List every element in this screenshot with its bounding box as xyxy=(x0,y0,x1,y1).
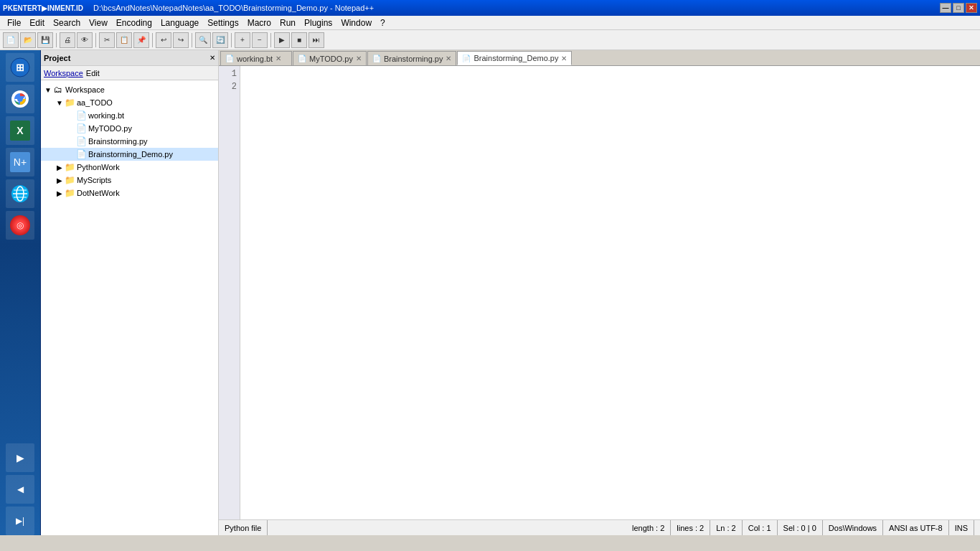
tree-icon-Brainstorming.py: 📄 xyxy=(75,136,87,147)
menu-item-run[interactable]: Run xyxy=(275,17,300,29)
minimize-button[interactable]: — xyxy=(940,3,951,13)
zoom-out-button[interactable]: − xyxy=(252,32,268,48)
tree-item-MyTODO.py[interactable]: 📄MyTODO.py xyxy=(41,122,218,135)
title-bar-title: PKENTERT▶INMENT.ID D:\bcsAndNotes\Notepa… xyxy=(3,4,374,12)
menu-item-edit[interactable]: Edit xyxy=(25,17,49,29)
step-button[interactable]: ⏭ xyxy=(308,32,324,48)
tree-icon-workspace: 🗂 xyxy=(52,84,64,95)
maximize-button[interactable]: □ xyxy=(953,3,964,13)
tree-item-DotNetWork[interactable]: ▶📁DotNetWork xyxy=(41,187,218,199)
ln-status: Ln : 2 xyxy=(710,520,743,535)
tree-toggle-MyScripts[interactable]: ▶ xyxy=(55,176,64,184)
arrow-icon[interactable]: ▶ xyxy=(6,443,34,472)
tab-close-working[interactable]: ✕ xyxy=(275,55,281,62)
chrome-icon[interactable] xyxy=(6,85,34,113)
mode-status: INS xyxy=(949,520,974,535)
line-numbers: 1 2 xyxy=(219,66,240,519)
title-bar: PKENTERT▶INMENT.ID D:\bcsAndNotes\Notepa… xyxy=(0,0,980,16)
editor-area: 📄working.bt✕📄MyTODO.py✕📄Brainstorming.py… xyxy=(219,50,980,535)
main-area: ⊞ X N+ xyxy=(0,50,980,535)
tab-label-brainstorming: Brainstorming.py xyxy=(384,55,443,63)
menu-item-view[interactable]: View xyxy=(85,17,112,29)
tab-label-working: working.bt xyxy=(237,55,273,63)
editor-textarea[interactable] xyxy=(240,66,980,519)
undo-button[interactable]: ↩ xyxy=(156,32,171,48)
copy-button[interactable]: 📋 xyxy=(116,32,132,48)
tab-close-mytodo[interactable]: ✕ xyxy=(356,55,362,62)
menu-item-?[interactable]: ? xyxy=(376,17,390,29)
title-text: D:\bcsAndNotes\NotepadNotes\aa_TODO\Brai… xyxy=(93,4,374,12)
file-tree: ▼🗂Workspace▼📁aa_TODO📄working.bt📄MyTODO.p… xyxy=(41,80,218,535)
tab-mytodo[interactable]: 📄MyTODO.py✕ xyxy=(293,51,367,65)
new-button[interactable]: 📄 xyxy=(3,32,19,48)
forward-icon[interactable]: ▶| xyxy=(6,507,34,535)
tree-item-Brainstorming.py[interactable]: 📄Brainstorming.py xyxy=(41,135,218,148)
tab-brainstorming[interactable]: 📄Brainstorming.py✕ xyxy=(367,51,457,65)
print-preview-button[interactable]: 👁 xyxy=(77,32,93,48)
tab-icon-brainstorming_demo: 📄 xyxy=(462,55,471,62)
tree-item-MyScripts[interactable]: ▶📁MyScripts xyxy=(41,174,218,187)
menu-item-search[interactable]: Search xyxy=(49,17,85,29)
tree-toggle-aa_TODO[interactable]: ▼ xyxy=(55,99,64,107)
tree-toggle-PythonWork[interactable]: ▶ xyxy=(55,164,64,171)
tree-toggle-DotNetWork[interactable]: ▶ xyxy=(55,189,64,197)
excel-icon[interactable]: X xyxy=(6,116,34,145)
tree-label-MyScripts: MyScripts xyxy=(77,176,111,184)
menu-item-language[interactable]: Language xyxy=(156,17,203,29)
menu-item-encoding[interactable]: Encoding xyxy=(112,17,156,29)
notepad-icon[interactable]: N+ xyxy=(6,148,34,176)
menu-item-settings[interactable]: Settings xyxy=(203,17,242,29)
menu-item-macro[interactable]: Macro xyxy=(243,17,275,29)
col-status: Col : 1 xyxy=(743,520,778,535)
app-icon-6[interactable]: ◎ xyxy=(6,211,34,240)
tree-icon-MyTODO.py: 📄 xyxy=(75,123,87,134)
tree-label-aa_TODO: aa_TODO xyxy=(77,98,113,107)
toolbar-divider-6 xyxy=(270,33,271,47)
cut-button[interactable]: ✂ xyxy=(99,32,115,48)
redo-button[interactable]: ↪ xyxy=(173,32,189,48)
paste-button[interactable]: 📌 xyxy=(133,32,149,48)
tree-item-aa_TODO[interactable]: ▼📁aa_TODO xyxy=(41,96,218,109)
tab-close-brainstorming[interactable]: ✕ xyxy=(446,55,451,62)
close-button[interactable]: ✕ xyxy=(966,3,977,13)
run-button[interactable]: ▶ xyxy=(274,32,290,48)
stop-button[interactable]: ■ xyxy=(291,32,307,48)
tab-close-brainstorming_demo[interactable]: ✕ xyxy=(561,55,567,62)
zoom-in-button[interactable]: + xyxy=(235,32,250,48)
menu-item-file[interactable]: File xyxy=(3,17,25,29)
tab-label-mytodo: MyTODO.py xyxy=(309,55,353,63)
editor-content: 1 2 xyxy=(219,66,980,519)
toolbar-divider-2 xyxy=(95,33,96,47)
tree-item-working.bt[interactable]: 📄working.bt xyxy=(41,109,218,122)
ie-icon[interactable] xyxy=(6,179,34,208)
tab-icon-working: 📄 xyxy=(225,55,234,62)
toolbar-divider-4 xyxy=(192,33,192,47)
tree-item-workspace[interactable]: ▼🗂Workspace xyxy=(41,83,218,96)
save-button[interactable]: 💾 xyxy=(37,32,53,48)
left-taskbar: ⊞ X N+ xyxy=(0,50,41,535)
svg-text:⊞: ⊞ xyxy=(16,62,24,73)
tree-toggle-workspace[interactable]: ▼ xyxy=(44,86,52,94)
toolbar: 📄 📂 💾 🖨 👁 ✂ 📋 📌 ↩ ↪ 🔍 🔄 + − ▶ ■ ⏭ xyxy=(0,30,980,50)
tree-item-Brainstorming_Demo.py[interactable]: 📄Brainstorming_Demo.py xyxy=(41,148,218,161)
tree-label-Brainstorming.py: Brainstorming.py xyxy=(88,137,148,146)
back-icon[interactable]: ◀ xyxy=(6,475,34,504)
sel-status: Sel : 0 | 0 xyxy=(778,520,823,535)
menu-item-plugins[interactable]: Plugins xyxy=(300,17,336,29)
open-button[interactable]: 📂 xyxy=(20,32,36,48)
print-button[interactable]: 🖨 xyxy=(60,32,75,48)
tab-working[interactable]: 📄working.bt✕ xyxy=(220,51,292,65)
workspace-tab[interactable]: Workspace xyxy=(44,69,83,77)
tab-brainstorming_demo[interactable]: 📄Brainstorming_Demo.py✕ xyxy=(457,51,572,65)
replace-button[interactable]: 🔄 xyxy=(212,32,228,48)
sidebar-close-icon[interactable]: ✕ xyxy=(209,54,215,62)
line-number-1: 1 xyxy=(222,67,237,80)
find-button[interactable]: 🔍 xyxy=(195,32,211,48)
tree-label-PythonWork: PythonWork xyxy=(77,163,120,171)
start-icon[interactable]: ⊞ xyxy=(6,53,34,82)
sidebar-header: Project ✕ xyxy=(41,50,218,66)
menu-item-window[interactable]: Window xyxy=(336,17,376,29)
tree-label-DotNetWork: DotNetWork xyxy=(77,189,120,197)
edit-tab[interactable]: Edit xyxy=(86,69,100,77)
tree-item-PythonWork[interactable]: ▶📁PythonWork xyxy=(41,161,218,174)
